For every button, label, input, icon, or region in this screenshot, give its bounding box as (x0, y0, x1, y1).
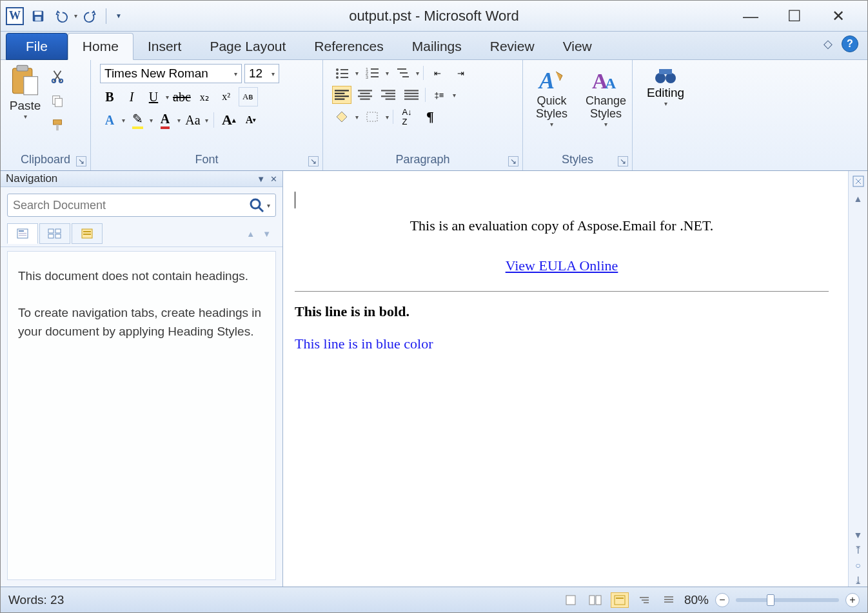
save-button[interactable] (28, 6, 48, 26)
line-spacing-button[interactable]: ‡≡ (429, 86, 449, 104)
document-page[interactable]: This is an evaluation copy of Aspose.Ema… (283, 171, 848, 587)
numbering-dropdown[interactable]: ▾ (386, 70, 389, 77)
numbering-button[interactable]: 123 (362, 64, 382, 82)
font-name-combo[interactable]: Times New Roman▾ (100, 64, 242, 83)
vertical-scrollbar[interactable]: ▲ ▼ ⤒ ○ ⤓ (848, 171, 867, 587)
nav-pane-close[interactable]: ✕ (270, 174, 277, 184)
highlight-button[interactable]: ✎ (128, 110, 147, 130)
tab-home[interactable]: Home (68, 33, 133, 60)
minimize-button[interactable]: — (741, 7, 760, 25)
bullets-dropdown[interactable]: ▾ (355, 70, 359, 77)
view-web-layout[interactable] (611, 592, 629, 608)
underline-button[interactable]: U (144, 87, 163, 106)
zoom-out-button[interactable]: − (715, 593, 729, 607)
align-left-button[interactable] (332, 86, 351, 104)
decrease-indent-button[interactable]: ⇤ (428, 64, 447, 82)
close-button[interactable]: ✕ (829, 7, 848, 25)
tab-insert[interactable]: Insert (133, 34, 196, 59)
nav-tab-headings[interactable] (7, 223, 38, 244)
tab-review[interactable]: Review (476, 34, 549, 59)
sort-button[interactable]: A↓Z (397, 108, 417, 126)
nav-next[interactable]: ▼ (262, 229, 271, 239)
editing-button[interactable]: Editing ▾ (636, 63, 695, 150)
view-full-screen[interactable] (586, 592, 604, 608)
scroll-down[interactable]: ▼ (854, 530, 863, 540)
word-count[interactable]: Words: 23 (8, 593, 64, 607)
grow-font-button[interactable]: A▴ (219, 110, 239, 130)
nav-prev[interactable]: ▲ (246, 229, 255, 239)
paste-label[interactable]: Paste (10, 99, 41, 113)
nav-tab-pages[interactable] (39, 223, 70, 244)
nav-search-dropdown[interactable]: ▾ (267, 202, 270, 209)
view-print-layout[interactable] (562, 592, 580, 608)
text-effects-dropdown[interactable]: ▾ (122, 117, 125, 124)
zoom-in-button[interactable]: + (845, 593, 860, 607)
tab-file[interactable]: File (6, 33, 68, 60)
highlight-dropdown[interactable]: ▾ (150, 117, 153, 124)
nav-search-input[interactable] (13, 199, 249, 212)
font-color-dropdown[interactable]: ▾ (177, 117, 181, 124)
undo-button[interactable] (51, 6, 72, 26)
copy-button[interactable] (48, 92, 66, 109)
nav-pane-menu[interactable]: ▼ (257, 174, 265, 184)
multilevel-list-button[interactable] (393, 64, 412, 82)
line-spacing-dropdown[interactable]: ▾ (453, 92, 456, 99)
styles-launcher[interactable]: ↘ (618, 156, 628, 166)
doc-eula-link[interactable]: View EULA Online (506, 257, 618, 274)
zoom-percent[interactable]: 80% (684, 593, 709, 607)
tab-page-layout[interactable]: Page Layout (195, 34, 300, 59)
prev-page[interactable]: ⤒ (854, 544, 862, 556)
underline-dropdown[interactable]: ▾ (166, 94, 169, 101)
change-case-button[interactable]: Aa (183, 110, 202, 130)
align-center-button[interactable] (355, 86, 375, 104)
borders-dropdown[interactable]: ▾ (386, 114, 389, 121)
redo-button[interactable] (80, 6, 101, 26)
word-app-icon[interactable]: W (5, 6, 25, 26)
borders-button[interactable] (362, 108, 382, 126)
search-icon[interactable] (249, 197, 264, 213)
text-effects-button[interactable]: A (100, 110, 119, 130)
scroll-up[interactable]: ▲ (854, 194, 863, 204)
minimize-ribbon-icon[interactable]: ◇ (824, 37, 833, 51)
next-page[interactable]: ⤓ (854, 574, 862, 587)
italic-button[interactable]: I (122, 87, 141, 106)
font-size-combo[interactable]: 12▾ (244, 64, 279, 83)
change-case-dropdown[interactable]: ▾ (205, 117, 208, 124)
superscript-button[interactable]: x² (217, 87, 236, 106)
zoom-slider[interactable] (736, 598, 839, 602)
bold-button[interactable]: B (100, 87, 119, 106)
subscript-button[interactable]: x₂ (195, 87, 214, 106)
tab-mailings[interactable]: Mailings (398, 34, 476, 59)
shading-dropdown[interactable]: ▾ (355, 114, 359, 121)
font-launcher[interactable]: ↘ (308, 156, 319, 166)
change-styles-button[interactable]: AA Change Styles▾ (577, 63, 635, 150)
shading-button[interactable] (332, 108, 351, 126)
paste-dropdown[interactable]: ▾ (24, 113, 27, 120)
bullets-button[interactable] (332, 64, 351, 82)
object-browse-icon[interactable] (852, 175, 865, 190)
increase-indent-button[interactable]: ⇥ (451, 64, 470, 82)
clipboard-launcher[interactable]: ↘ (76, 156, 86, 166)
tab-references[interactable]: References (300, 34, 397, 59)
paste-icon[interactable] (8, 63, 42, 96)
shrink-font-button[interactable]: A▾ (241, 110, 261, 130)
view-draft[interactable] (660, 592, 678, 608)
nav-tab-results[interactable] (72, 223, 103, 244)
select-browse-object[interactable]: ○ (855, 560, 860, 570)
cut-button[interactable] (48, 68, 66, 85)
nav-search[interactable]: ▾ (7, 194, 276, 217)
font-color-button[interactable]: A (155, 110, 175, 130)
clear-formatting-button[interactable]: Aʙ (239, 87, 258, 106)
zoom-thumb[interactable] (767, 594, 774, 606)
qat-customize[interactable]: ▼ (112, 12, 126, 19)
multilevel-dropdown[interactable]: ▾ (416, 70, 419, 77)
show-marks-button[interactable]: ¶ (420, 108, 440, 126)
align-right-button[interactable] (379, 86, 398, 104)
format-painter-button[interactable] (48, 117, 66, 134)
tab-view[interactable]: View (549, 34, 606, 59)
undo-dropdown[interactable]: ▾ (74, 12, 77, 19)
strikethrough-button[interactable]: abc (172, 87, 192, 106)
view-outline[interactable] (635, 592, 653, 608)
paragraph-launcher[interactable]: ↘ (508, 156, 518, 166)
quick-styles-button[interactable]: A Quick Styles▾ (527, 63, 577, 150)
